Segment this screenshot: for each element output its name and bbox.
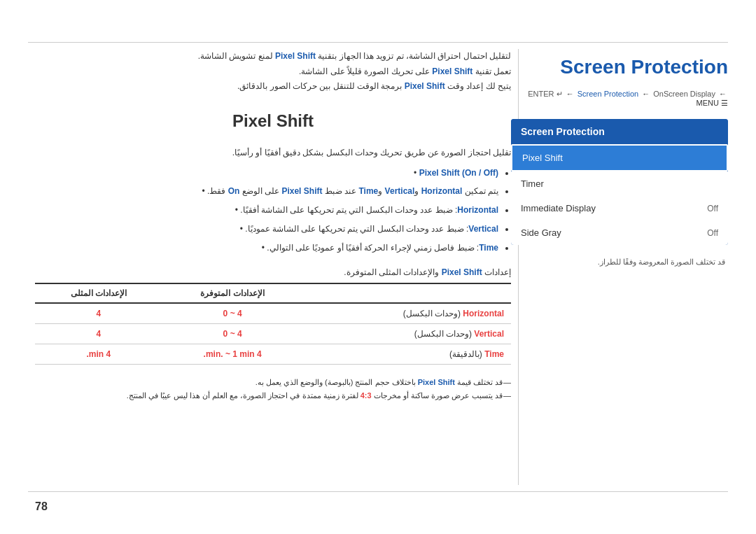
table-row: Horizontal (وحدات البكسل) 4 ~ 0 4 xyxy=(35,303,511,324)
row-vertical-available: 4 ~ 0 xyxy=(162,323,302,344)
page-number: 78 xyxy=(35,500,48,513)
side-gray-label: Side Gray xyxy=(521,227,561,238)
menu-crumb[interactable]: MENU ☰ xyxy=(696,99,728,107)
onscreen-crumb[interactable]: OnScreen Display xyxy=(653,90,715,98)
footnotes: قد تختلف قيمة Pixel Shift باختلاف حجم ال… xyxy=(35,376,511,404)
breadcrumb: ENTER ↵ ← Screen Protection ← OnScreen D… xyxy=(511,90,728,108)
row-vertical-optimal: 4 xyxy=(35,323,162,344)
bottom-border xyxy=(28,491,728,492)
settings-table: الإعدادات المتوفرة الإعدادات المثلى Hori… xyxy=(35,283,511,365)
right-footnote: قد تختلف الصورة المعروضة وفقًا للطراز. xyxy=(511,258,728,267)
menu-box-header: Screen Protection xyxy=(511,119,728,144)
panel-title: Screen Protection xyxy=(511,56,728,78)
intro-text: لتقليل احتمال احتراق الشاشة، تم تزويد هذ… xyxy=(35,49,511,94)
row-horizontal-available: 4 ~ 0 xyxy=(162,303,302,324)
menu-item-side-gray[interactable]: Side Gray Off xyxy=(511,220,728,245)
row-vertical-label: Vertical (وحدات البكسل) xyxy=(303,323,511,344)
section-body: تقليل احتجاز الصورة عن طريق تحريك وحدات … xyxy=(35,145,511,256)
row-horizontal-label: Horizontal (وحدات البكسل) xyxy=(303,303,511,324)
menu-box: Screen Protection Pixel Shift Timer Imme… xyxy=(511,119,728,245)
menu-item-timer[interactable]: Timer xyxy=(511,171,728,196)
pixel-shift-label: Pixel Shift xyxy=(522,153,563,163)
table-title: إعدادات Pixel Shift والإعدادات المثلى ال… xyxy=(35,267,511,277)
row-horizontal-optimal: 4 xyxy=(35,303,162,324)
enter-label: ENTER ↵ xyxy=(528,90,562,98)
col-optimal: الإعدادات المثلى xyxy=(35,283,162,303)
footnote-1: قد تختلف قيمة Pixel Shift باختلاف حجم ال… xyxy=(35,376,511,390)
row-time-available: 4 min. ~ 1 min. xyxy=(162,344,302,364)
col-available: الإعدادات المتوفرة xyxy=(162,283,302,303)
table-header-row: الإعدادات المتوفرة الإعدادات المثلى xyxy=(35,283,511,303)
immediate-display-label: Immediate Display xyxy=(521,203,596,213)
menu-item-pixel-shift[interactable]: Pixel Shift xyxy=(511,144,728,171)
screen-protection-crumb[interactable]: Screen Protection xyxy=(578,90,638,98)
table-row: Time (بالدقيقة) 4 min. ~ 1 min. 4 min. xyxy=(35,344,511,364)
side-gray-value: Off xyxy=(707,228,718,238)
row-time-label: Time (بالدقيقة) xyxy=(303,344,511,364)
col-label xyxy=(303,283,511,303)
immediate-display-value: Off xyxy=(707,204,718,213)
row-time-optimal: 4 min. xyxy=(35,344,162,364)
table-row: Vertical (وحدات البكسل) 4 ~ 0 4 xyxy=(35,323,511,344)
timer-label: Timer xyxy=(521,178,544,189)
footnote-2: قد يتسبب عرض صورة ساكنة أو مخرجات 4:3 لف… xyxy=(35,389,511,403)
left-panel: لتقليل احتمال احتراق الشاشة، تم تزويد هذ… xyxy=(35,49,511,485)
menu-item-immediate-display[interactable]: Immediate Display Off xyxy=(511,196,728,220)
top-border xyxy=(28,42,728,43)
section-title: Pixel Shift xyxy=(35,111,511,131)
right-panel: Screen Protection ENTER ↵ ← Screen Prote… xyxy=(511,49,728,485)
